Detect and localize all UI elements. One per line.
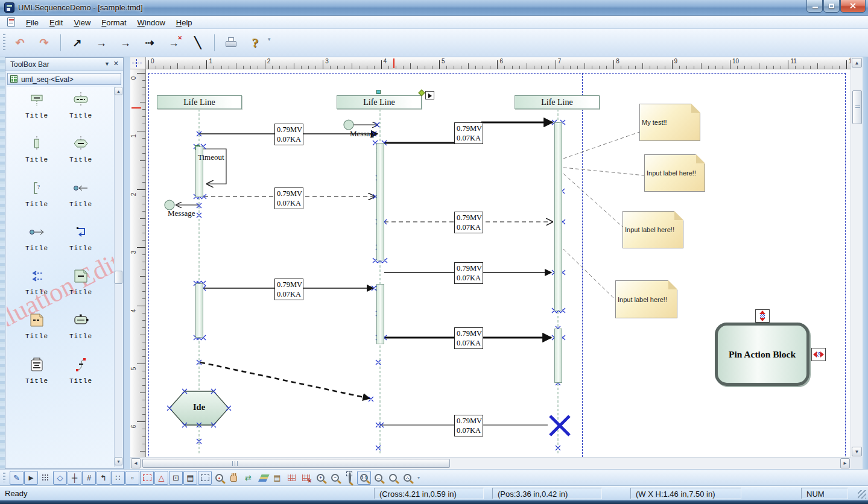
toolbox-item-self-message[interactable]: Title	[60, 223, 102, 262]
toolbox-scrollbar[interactable]: ▲ ▼	[114, 87, 122, 467]
message-label-box[interactable]: 0.79MV0.07KA	[274, 187, 303, 209]
lifeline-header-3[interactable]: Life Line	[515, 95, 600, 109]
crop-tool-icon[interactable]: ⊡	[169, 471, 183, 485]
found-message-label[interactable]: Message	[350, 129, 378, 139]
resize-grip-icon[interactable]	[858, 490, 866, 499]
horizontal-scrollbar[interactable]: ◄ ►	[130, 457, 851, 469]
menu-window[interactable]: Window	[132, 17, 171, 28]
close-button[interactable]	[840, 0, 866, 13]
lifeline-header-1[interactable]: Life Line	[157, 95, 242, 109]
delete-message-icon[interactable]: →✕	[162, 33, 185, 53]
solid-message-icon[interactable]: →	[90, 33, 113, 53]
navigator-icon[interactable]: ⇄	[241, 471, 255, 485]
zoom-width-icon[interactable]: ↔	[372, 471, 385, 485]
pin-action-block[interactable]: Pin Action Block	[715, 323, 809, 386]
print-icon[interactable]	[220, 33, 242, 53]
scroll-up-icon[interactable]: ▲	[852, 58, 862, 68]
zoom-in-icon[interactable]: +	[314, 471, 328, 485]
sync-message-icon[interactable]: →	[114, 33, 137, 53]
scroll-right-icon[interactable]: ►	[840, 458, 850, 468]
message-label-box[interactable]: 0.79MV0.07KA	[274, 124, 303, 145]
zoom-page-icon[interactable]	[386, 471, 400, 485]
state-label[interactable]: Ide	[181, 402, 217, 412]
toolbox-item-receive-message[interactable]: Title	[60, 179, 102, 218]
menu-file[interactable]: File	[21, 17, 44, 28]
maximize-button[interactable]	[823, 0, 840, 13]
toolbox-item-send-message[interactable]: Title	[16, 223, 58, 262]
reshape-tool-icon[interactable]: ◇	[53, 471, 67, 485]
toolbox-scroll-thumb[interactable]	[115, 271, 122, 284]
message-label-box[interactable]: 0.79MV0.07KA	[454, 212, 483, 233]
activation-bar[interactable]	[554, 329, 562, 383]
help-icon[interactable]: ?	[244, 33, 267, 53]
find-icon[interactable]: ●	[212, 471, 226, 485]
lost-message-label[interactable]: Message	[168, 209, 195, 218]
toolbar-overflow-chevron[interactable]: ▾	[268, 36, 271, 42]
scroll-up-icon[interactable]: ▲	[115, 87, 122, 95]
shape-create-icon[interactable]: ▫	[125, 471, 139, 485]
toolbox-close-icon[interactable]: ✕	[113, 60, 119, 68]
toolbox-header[interactable]: ToolBox Bar ▼ ✕	[5, 58, 123, 71]
self-message-label[interactable]: Timeout	[198, 153, 224, 162]
minimize-button[interactable]	[806, 0, 823, 13]
toolbox-item-continuation[interactable]: Title	[60, 134, 102, 173]
menu-edit[interactable]: Edit	[44, 17, 68, 28]
destroy-x-icon[interactable]	[550, 416, 569, 435]
activation-bar[interactable]	[376, 284, 384, 344]
panel-splitter[interactable]	[124, 57, 130, 469]
zoom-actual-icon[interactable]: 1:1	[357, 471, 371, 485]
toolbox-item-document[interactable]: Title	[16, 356, 58, 394]
activation-bar[interactable]	[376, 143, 384, 260]
diagram-canvas[interactable]: Life Line Life Line Life Line 0.79MV0.07…	[146, 69, 851, 457]
note-connector-icon[interactable]: ╲	[186, 33, 209, 53]
toolbar-overflow-chevron[interactable]: ▾	[417, 475, 420, 480]
guides-icon[interactable]: ┼	[68, 471, 81, 485]
toolbox-item-lifeline[interactable]: Title	[16, 90, 58, 129]
undo-icon[interactable]: ↶	[8, 33, 31, 53]
note-shape[interactable]: Input label here!!	[622, 211, 683, 248]
selection-handle[interactable]	[376, 90, 381, 94]
toolbox-group-bar[interactable]: uml_seq-<Eval>	[7, 73, 121, 85]
message-async-dashed[interactable]	[200, 362, 370, 398]
message-label-box[interactable]: 0.79MV0.07KA	[454, 262, 483, 284]
pin-right-icon[interactable]	[811, 348, 826, 361]
message-label-box[interactable]: 0.79MV0.07KA	[454, 415, 483, 436]
quick-action-icon[interactable]	[425, 91, 434, 99]
select-box-icon[interactable]	[140, 471, 154, 485]
zoom-out-icon[interactable]: −	[328, 471, 342, 485]
toolbox-menu-icon[interactable]: ▼	[104, 61, 110, 67]
scroll-down-icon[interactable]: ▼	[852, 447, 862, 456]
note-shape[interactable]: Input label here!!	[615, 280, 677, 318]
snap-object-icon[interactable]: ↰	[97, 471, 110, 485]
menu-format[interactable]: Format	[96, 17, 131, 28]
toolbox-item-return-message[interactable]: Title	[16, 267, 58, 306]
redo-icon[interactable]: ↷	[33, 33, 55, 53]
pin-top-icon[interactable]	[755, 309, 770, 323]
found-message-icon[interactable]	[344, 120, 353, 130]
draw-tool-icon[interactable]: ✎	[10, 471, 24, 485]
grid-toggle-icon[interactable]	[39, 471, 52, 485]
note-shape[interactable]: Input label here!!	[644, 154, 705, 192]
menu-view[interactable]: View	[68, 17, 96, 28]
toolbox-item-activation[interactable]: Title	[16, 134, 58, 173]
toolbox-item-note[interactable]: Title	[60, 267, 102, 306]
vertex-edit-icon[interactable]: △	[154, 471, 168, 485]
message-label-box[interactable]: 0.79MV0.07KA	[454, 327, 483, 349]
note-shape[interactable]: My test!!	[639, 104, 700, 141]
zoom-window-icon[interactable]	[343, 471, 356, 485]
toolbox-item-state-invariant[interactable]: Title	[60, 90, 102, 129]
pan-icon[interactable]	[227, 471, 241, 485]
activation-bar[interactable]	[195, 283, 203, 338]
grid-format-icon[interactable]	[285, 471, 299, 485]
dashed-message-icon[interactable]: ⇢	[138, 33, 161, 53]
grid-remove-icon[interactable]	[299, 471, 313, 485]
toolbox-item-curve-connector[interactable]: Title	[60, 356, 102, 394]
horizontal-scroll-thumb[interactable]	[142, 459, 450, 468]
lifeline-header-2[interactable]: Life Line	[337, 95, 422, 109]
vertical-scroll-thumb[interactable]	[852, 90, 862, 124]
scroll-left-icon[interactable]: ◄	[131, 458, 141, 468]
toolbar-grip[interactable]	[3, 473, 5, 482]
message-label-box[interactable]: 0.79MV0.07KA	[274, 279, 303, 300]
select-tool-icon[interactable]: ►	[24, 471, 38, 485]
scroll-down-icon[interactable]: ▼	[115, 457, 122, 465]
